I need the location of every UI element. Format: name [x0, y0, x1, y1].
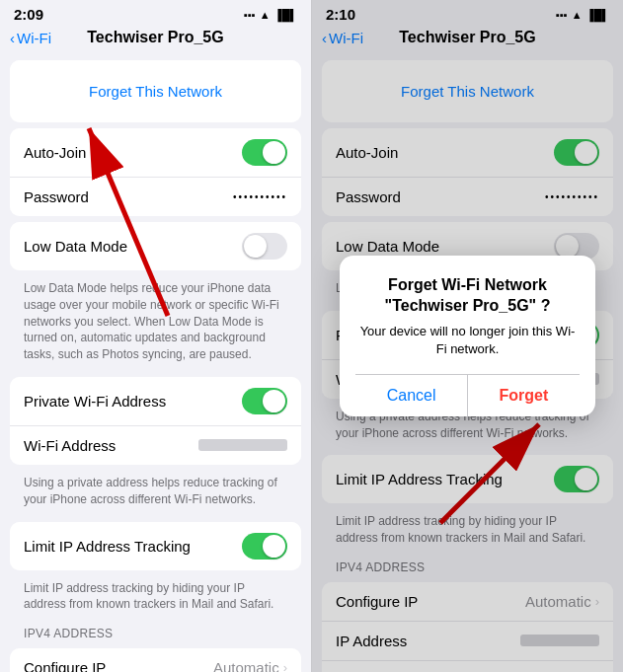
- limitip-section-left: Limit IP Address Tracking: [10, 522, 301, 570]
- private-label-left: Private Wi-Fi Address: [24, 393, 166, 410]
- ipv4-header-left: IPV4 ADDRESS: [0, 621, 311, 642]
- dialog-body: Your device will no longer join this Wi-…: [355, 323, 579, 358]
- forget-item-left[interactable]: Forget This Network: [10, 60, 301, 122]
- left-screen: 2:09 ▪▪▪ ▲ ▐█▌ ‹ Wi-Fi Techwiser Pro_5G …: [0, 0, 311, 672]
- forget-section-left: Forget This Network: [10, 60, 301, 122]
- private-footer-left: Using a private address helps reduce tra…: [0, 471, 311, 516]
- limitip-label-left: Limit IP Address Tracking: [24, 538, 191, 555]
- dialog-actions: Cancel Forget: [355, 374, 579, 416]
- ipv4-section-left: Configure IP Automatic › IP Address Subn…: [10, 648, 301, 672]
- lowdata-label-left: Low Data Mode: [24, 238, 127, 255]
- nav-back-left[interactable]: ‹ Wi-Fi: [10, 30, 51, 46]
- wifi-icon-left: ▲: [260, 9, 271, 21]
- lowdata-section-left: Low Data Mode: [10, 222, 301, 270]
- time-left: 2:09: [14, 6, 43, 23]
- autojoin-section-left: Auto-Join Password ••••••••••: [10, 128, 301, 216]
- private-section-left: Private Wi-Fi Address Wi-Fi Address 00:0…: [10, 377, 301, 465]
- status-bar-left: 2:09 ▪▪▪ ▲ ▐█▌: [0, 0, 311, 25]
- dialog-forget-button[interactable]: Forget: [468, 375, 580, 416]
- status-icons-left: ▪▪▪ ▲ ▐█▌: [244, 9, 297, 21]
- configureip-chevron-left: ›: [283, 660, 287, 672]
- content-left: Forget This Network Auto-Join Password •…: [0, 54, 311, 672]
- forget-dialog: Forget Wi-Fi Network"Techwiser Pro_5G" ?…: [340, 256, 594, 416]
- battery-icon-left: ▐█▌: [274, 9, 297, 21]
- nav-bar-left: ‹ Wi-Fi Techwiser Pro_5G: [0, 25, 311, 54]
- configureip-value-row-left: Automatic ›: [213, 659, 287, 672]
- lowdata-toggle-left[interactable]: [242, 233, 287, 260]
- configureip-label-left: Configure IP: [24, 659, 106, 672]
- autojoin-label-left: Auto-Join: [24, 144, 86, 161]
- configureip-item-left[interactable]: Configure IP Automatic ›: [10, 648, 301, 672]
- wifiaddr-item-left: Wi-Fi Address 00:00:00:00:00: [10, 426, 301, 465]
- autojoin-toggle-left[interactable]: [242, 139, 287, 166]
- lowdata-footer-left: Low Data Mode helps reduce your iPhone d…: [0, 276, 311, 371]
- back-chevron-left: ‹: [10, 30, 15, 46]
- private-item-left: Private Wi-Fi Address: [10, 377, 301, 426]
- lowdata-item-left: Low Data Mode: [10, 222, 301, 270]
- signal-icon-left: ▪▪▪: [244, 9, 256, 21]
- dialog-title: Forget Wi-Fi Network"Techwiser Pro_5G" ?: [355, 275, 579, 317]
- limitip-item-left: Limit IP Address Tracking: [10, 522, 301, 570]
- right-screen: 2:10 ▪▪▪ ▲ ▐█▌ ‹ Wi-Fi Techwiser Pro_5G …: [311, 0, 623, 672]
- dialog-overlay: Forget Wi-Fi Network"Techwiser Pro_5G" ?…: [312, 0, 623, 672]
- configureip-value-left: Automatic: [213, 659, 279, 672]
- wifiaddr-label-left: Wi-Fi Address: [24, 437, 116, 454]
- password-item-left: Password ••••••••••: [10, 178, 301, 216]
- nav-title-left: Techwiser Pro_5G: [87, 29, 223, 46]
- wifiaddr-value-left: 00:00:00:00:00: [198, 439, 287, 451]
- autojoin-item-left: Auto-Join: [10, 128, 301, 178]
- password-label-left: Password: [24, 188, 89, 205]
- private-toggle-left[interactable]: [242, 388, 287, 414]
- limitip-toggle-left[interactable]: [242, 533, 287, 560]
- limitip-footer-left: Limit IP address tracking by hiding your…: [0, 576, 311, 622]
- forget-button-left[interactable]: Forget This Network: [24, 71, 287, 112]
- back-label-left: Wi-Fi: [17, 30, 51, 46]
- password-dots-left: ••••••••••: [233, 191, 287, 202]
- dialog-cancel-button[interactable]: Cancel: [355, 375, 468, 416]
